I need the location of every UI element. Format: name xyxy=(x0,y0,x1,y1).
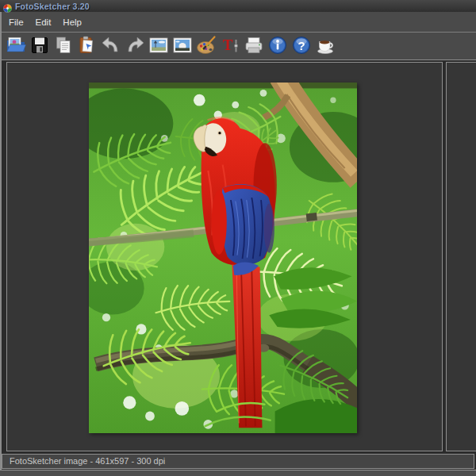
macaw-photo xyxy=(89,83,357,433)
menu-help[interactable]: Help xyxy=(58,16,86,29)
copy-documents-icon xyxy=(53,35,74,56)
add-text-button[interactable]: T xyxy=(220,35,240,56)
paste-button[interactable] xyxy=(77,35,98,56)
view-original-image-button[interactable] xyxy=(148,35,169,56)
window-left-edge xyxy=(0,12,2,476)
photo-dome-icon xyxy=(172,35,193,56)
svg-text:?: ? xyxy=(298,39,305,52)
drawing-parameters-button[interactable] xyxy=(196,35,217,56)
workspace xyxy=(0,60,476,453)
result-image-panel[interactable] xyxy=(446,62,476,451)
window-title: FotoSketcher 3.20 xyxy=(15,2,90,11)
printer-icon xyxy=(244,35,264,56)
color-wheel-icon xyxy=(3,2,12,10)
undo-button[interactable] xyxy=(101,35,121,56)
redo-button[interactable] xyxy=(125,35,145,56)
menu-file[interactable]: File xyxy=(4,16,29,29)
photo-landscape-icon xyxy=(148,35,169,56)
save-image-button[interactable] xyxy=(29,35,50,56)
question-circle-icon: ? xyxy=(291,35,312,56)
help-button[interactable]: ? xyxy=(291,35,312,56)
clipboard-paste-icon xyxy=(77,35,98,56)
text-tool-icon: T xyxy=(220,35,240,56)
toolbar: T ? xyxy=(0,32,476,60)
floppy-disk-icon xyxy=(29,35,50,56)
menu-edit[interactable]: Edit xyxy=(31,16,56,29)
open-image-button[interactable] xyxy=(6,35,26,56)
about-button[interactable] xyxy=(267,35,288,56)
menu-bar: File Edit Help xyxy=(0,12,476,32)
redo-arrow-icon xyxy=(125,35,145,56)
print-button[interactable] xyxy=(244,35,264,56)
status-text: FotoSketcher image - 461x597 - 300 dpi xyxy=(10,456,165,466)
title-bar: FotoSketcher 3.20 xyxy=(0,0,476,12)
source-image-panel[interactable] xyxy=(6,62,443,451)
donate-coffee-button[interactable] xyxy=(315,35,336,56)
svg-text:T: T xyxy=(223,36,233,53)
paint-palette-icon xyxy=(196,35,217,56)
coffee-cup-icon xyxy=(315,35,336,56)
view-drawing-button[interactable] xyxy=(172,35,193,56)
bottom-strip xyxy=(0,470,476,476)
copy-button[interactable] xyxy=(53,35,74,56)
folder-open-icon xyxy=(6,35,26,56)
info-circle-icon xyxy=(267,35,288,56)
status-bar: FotoSketcher image - 461x597 - 300 dpi xyxy=(2,454,474,469)
undo-arrow-icon xyxy=(101,35,121,56)
